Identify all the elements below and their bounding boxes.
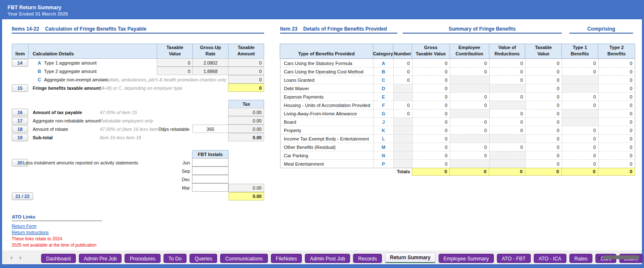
cell-gross-taxable-value[interactable]: 0 [412,67,450,75]
return-instructions-link[interactable]: Return Instructions [12,230,49,235]
cell-type1-benefits[interactable]: 0 [562,134,598,143]
cell-total[interactable]: 0 [598,168,635,176]
tab-filenotes[interactable]: FileNotes [271,254,302,263]
cell-total[interactable]: 0 [525,168,562,176]
tab-communications[interactable]: Communications [220,254,267,263]
cell-grossup-rate-a[interactable]: 2.0802 [192,58,229,67]
cell-non-rebatable[interactable]: 0.00 [228,116,264,125]
cell-type2-benefits[interactable]: 0 [598,143,635,151]
cell-type2-benefits[interactable]: 0 [598,151,635,159]
cell-taxable-amount-a[interactable]: 0 [228,58,264,67]
tab-ato-ica[interactable]: ATO - ICA [534,254,566,263]
tab-admin-post-job[interactable]: Admin Post Job [305,254,350,263]
cell-gross-taxable-value[interactable]: 0 [412,84,450,92]
cell-type2-benefits[interactable]: 0 [598,92,635,101]
cell-gross-taxable-value[interactable]: 0 [412,101,450,109]
cell-type1-benefits[interactable]: 0 [562,151,598,159]
cell-employee-contribution[interactable]: 0 [450,126,489,134]
tab-admin-pre-job[interactable]: Admin Pre Job [79,254,122,263]
cell-type1-benefits[interactable] [562,109,598,117]
cell-employee-contribution[interactable]: 0 [450,92,489,101]
cell-gross-taxable-value[interactable]: 0 [412,59,450,67]
cell-type1-benefits[interactable]: 0 [562,143,598,151]
cell-taxable-value[interactable]: 0 [525,59,562,67]
cell-value-of-reductions[interactable]: 0 [489,67,525,75]
cell-type1-benefits[interactable]: 0 [562,159,598,168]
cell-employee-contribution[interactable]: 0 [450,151,489,159]
cell-net-payable[interactable]: 0.00 [229,192,264,200]
instal-input[interactable] [192,158,229,167]
cell-number[interactable]: 0 [393,59,412,67]
cell-employee-contribution[interactable]: 0 [450,117,489,126]
cell-value-of-reductions[interactable]: 0 [489,75,525,84]
scrollbar-thumb[interactable] [603,255,639,259]
cell-number[interactable]: 0 [393,109,412,117]
instal-input[interactable] [192,183,229,192]
cell-gross-taxable-value[interactable]: 0 [412,151,450,159]
cell-number[interactable] [393,92,412,101]
cell-taxable-value[interactable]: 0 [525,143,562,151]
cell-rebate-amount[interactable]: 0.00 [228,125,264,133]
cell-taxable-value[interactable]: 0 [525,75,562,84]
cell-value-of-reductions[interactable]: 0 [489,59,525,67]
cell-value-of-reductions[interactable] [489,84,525,92]
cell-subtotal[interactable]: 0.00 [228,133,264,141]
cell-type2-benefits[interactable]: 0 [598,159,635,168]
cell-gross-taxable-value[interactable]: 0 [412,143,450,151]
cell-employee-contribution[interactable] [450,84,489,92]
tab-return-summary[interactable]: Return Summary [385,252,436,263]
cell-tax-payable[interactable]: 0.00 [228,108,264,116]
instal-input[interactable] [192,167,229,175]
days-rebatable-input[interactable]: 365 [192,125,229,133]
next-tabs-arrow-icon[interactable]: › [19,254,21,261]
cell-number[interactable] [393,117,412,126]
cell-type2-benefits[interactable]: 0 [598,59,635,67]
cell-employee-contribution[interactable] [450,109,489,117]
cell-taxable-value[interactable]: 0 [525,126,562,134]
cell-taxable-amount-c[interactable]: 0 [228,75,264,83]
cell-number[interactable] [393,134,412,143]
cell-value-of-reductions[interactable] [489,101,525,109]
cell-taxable-value[interactable]: 0 [525,151,562,159]
cell-type1-benefits[interactable] [562,84,598,92]
cell-taxable-value[interactable]: 0 [525,84,562,92]
cell-gross-taxable-value[interactable]: 0 [412,75,450,84]
cell-type1-benefits[interactable] [562,75,598,84]
cell-total[interactable]: 0 [449,168,489,176]
tab-records[interactable]: Records [353,254,382,263]
cell-employee-contribution[interactable] [450,159,489,168]
tab-queries[interactable]: Queries [190,254,217,263]
cell-type2-benefits[interactable]: 0 [598,134,635,143]
cell-employee-contribution[interactable] [450,134,489,143]
cell-fringe-benefits-taxable-amount[interactable]: 0 [228,83,264,92]
cell-gross-taxable-value[interactable]: 0 [412,159,450,168]
cell-taxable-value[interactable]: 0 [525,117,562,126]
tab-procedures[interactable]: Procedures [125,254,160,263]
cell-gross-taxable-value[interactable]: 0 [412,117,450,126]
cell-taxable-value[interactable]: 0 [525,109,562,117]
cell-number[interactable] [393,159,412,168]
cell-taxable-value[interactable]: 0 [525,159,562,168]
cell-taxable-value[interactable]: 0 [525,134,562,143]
tab-employee-summary[interactable]: Employee Summary [439,254,494,263]
cell-type2-benefits[interactable]: 0 [598,84,635,92]
cell-taxable-value[interactable]: 0 [525,101,562,109]
prev-tabs-arrow-icon[interactable]: ‹ [10,254,13,261]
cell-employee-contribution[interactable]: 0 [450,101,489,109]
cell-type1-benefits[interactable]: 0 [562,101,598,109]
cell-type1-benefits[interactable]: 0 [562,126,598,134]
tab-to-do[interactable]: To Do [164,254,187,263]
cell-value-of-reductions[interactable] [489,134,525,143]
cell-taxable-value[interactable]: 0 [525,92,562,101]
cell-employee-contribution[interactable]: 0 [450,59,489,67]
cell-number[interactable] [393,143,412,151]
cell-employee-contribution[interactable] [450,75,489,84]
return-form-link[interactable]: Return Form [12,224,36,229]
cell-value-of-reductions[interactable]: 0 [489,92,525,101]
cell-number[interactable] [393,126,412,134]
cell-type1-benefits[interactable] [562,117,598,126]
cell-type2-benefits[interactable]: 0 [598,75,635,84]
cell-total[interactable]: 0 [489,168,525,176]
cell-taxable-value[interactable]: 0 [525,67,562,75]
cell-number[interactable]: 0 [393,101,412,109]
